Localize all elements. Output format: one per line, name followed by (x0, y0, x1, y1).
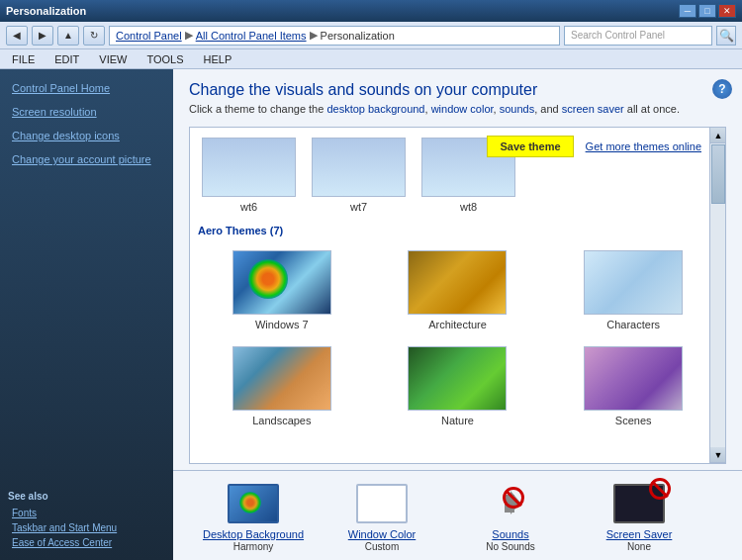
menu-bar: FILE EDIT VIEW TOOLS HELP (0, 49, 742, 69)
scroll-down-arrow[interactable]: ▼ (710, 447, 726, 463)
content-wrapper: ? Change the visuals and sounds on your … (173, 69, 742, 560)
theme-label-windows7: Windows 7 (255, 319, 309, 330)
theme-actions: Save theme Get more themes online (487, 136, 701, 157)
theme-thumbnail-characters (584, 250, 683, 315)
sidebar-link-ease-of-access[interactable]: Ease of Access Center (8, 535, 165, 550)
save-theme-button[interactable]: Save theme (487, 136, 573, 157)
content-area: ? Change the visuals and sounds on your … (173, 69, 742, 560)
no-sign-screen-saver (649, 478, 671, 500)
sidebar-link-account-picture[interactable]: Change your account picture (8, 150, 165, 168)
sidebar-link-desktop-icons[interactable]: Change desktop icons (8, 127, 165, 144)
menu-view[interactable]: VIEW (95, 51, 131, 67)
theme-item-windows7[interactable]: Windows 7 (198, 246, 366, 334)
theme-label-wt8: wt8 (460, 201, 477, 213)
theme-thumbnail-architecture (408, 250, 507, 315)
menu-edit[interactable]: EDIT (50, 51, 83, 67)
theme-label-architecture: Architecture (428, 319, 487, 330)
desktop-background-label[interactable]: Desktop Background (203, 528, 304, 540)
desktop-bg-thumbnail (228, 484, 279, 523)
breadcrumb-part1[interactable]: Control Panel (116, 30, 182, 42)
sounds-sublabel: No Sounds (486, 541, 534, 552)
scrollbar-track[interactable]: ▲ ▼ (709, 128, 725, 463)
search-icon: 🔍 (719, 29, 734, 43)
theme-thumbnail-wt7 (312, 138, 406, 197)
window-color-thumbnail (356, 484, 408, 523)
help-button[interactable]: ? (712, 79, 732, 99)
forward-button[interactable]: ▶ (32, 26, 53, 46)
desktop-background-icon (224, 479, 283, 528)
theme-item-architecture[interactable]: Architecture (374, 246, 542, 334)
title-bar-controls: ─ □ ✕ (679, 4, 736, 18)
page-subtitle: Click a theme to change the desktop back… (189, 103, 726, 115)
window-color-label[interactable]: Window Color (348, 528, 416, 540)
address-bar: ◀ ▶ ▲ ↻ Control Panel ▶ All Control Pane… (0, 22, 742, 49)
no-sign-sounds (503, 487, 524, 509)
desktop-background-sublabel: Harmony (233, 541, 274, 552)
maximize-button[interactable]: □ (698, 4, 716, 18)
menu-help[interactable]: HELP (200, 51, 236, 67)
bottom-item-screen-saver[interactable]: Screen Saver None (575, 479, 703, 552)
sounds-label[interactable]: Sounds (492, 528, 528, 540)
window-color-sublabel: Custom (365, 541, 399, 552)
screen-saver-icon (609, 479, 669, 528)
bottom-item-window-color[interactable]: Window Color Custom (318, 479, 446, 552)
theme-scroll-container: wt6 wt7 wt8 Save theme Get more themes o… (189, 127, 726, 464)
bottom-item-sounds[interactable]: Sounds No Sounds (446, 479, 575, 552)
screen-saver-label[interactable]: Screen Saver (606, 528, 673, 540)
menu-file[interactable]: FILE (8, 51, 39, 67)
minimize-button[interactable]: ─ (679, 4, 696, 18)
speaker-shape (497, 487, 524, 520)
theme-thumbnail-wt6 (202, 138, 296, 197)
back-button[interactable]: ◀ (6, 26, 28, 46)
theme-label-scenes: Scenes (615, 415, 652, 426)
content-header: Change the visuals and sounds on your co… (173, 69, 742, 121)
breadcrumb-part2[interactable]: All Control Panel Items (196, 30, 307, 42)
search-placeholder: Search Control Panel (571, 30, 665, 41)
theme-label-landscapes: Landscapes (252, 415, 311, 426)
refresh-button[interactable]: ↻ (83, 26, 105, 46)
window-color-icon (352, 479, 412, 528)
theme-item-scenes[interactable]: Scenes (549, 342, 717, 430)
theme-item-wt7[interactable]: wt7 (308, 134, 410, 217)
theme-item-nature[interactable]: Nature (374, 342, 542, 430)
sidebar-link-taskbar[interactable]: Taskbar and Start Menu (8, 520, 165, 535)
bottom-item-desktop-background[interactable]: Desktop Background Harmony (189, 479, 318, 552)
theme-label-wt6: wt6 (240, 201, 257, 213)
theme-grid: Windows 7 Architecture Characters Landsc… (190, 238, 725, 438)
close-button[interactable]: ✕ (718, 4, 736, 18)
breadcrumb: Control Panel ▶ All Control Panel Items … (109, 26, 560, 46)
theme-label-wt7: wt7 (350, 201, 367, 213)
sounds-icon (481, 479, 540, 528)
sidebar-see-also-label: See also (8, 491, 165, 502)
aero-themes-label: Aero Themes (7) (190, 221, 725, 238)
sidebar-link-control-panel[interactable]: Control Panel Home (8, 79, 165, 97)
search-box[interactable]: Search Control Panel (564, 26, 712, 46)
page-title: Change the visuals and sounds on your co… (189, 81, 726, 99)
scroll-up-arrow[interactable]: ▲ (710, 128, 726, 143)
search-button[interactable]: 🔍 (716, 26, 736, 46)
get-more-themes-link[interactable]: Get more themes online (586, 140, 701, 152)
theme-thumbnail-windows7 (232, 250, 331, 315)
theme-thumbnail-scenes (584, 346, 683, 411)
sidebar-link-fonts[interactable]: Fonts (8, 506, 165, 520)
theme-item-landscapes[interactable]: Landscapes (198, 342, 366, 430)
title-bar-text: Personalization (6, 5, 86, 17)
main-layout: Control Panel Home Screen resolution Cha… (0, 69, 742, 560)
theme-thumbnail-nature (408, 346, 507, 411)
bottom-bar: Desktop Background Harmony Window Color … (173, 470, 742, 560)
theme-label-nature: Nature (441, 415, 474, 426)
sounds-thumbnail (485, 482, 536, 525)
up-button[interactable]: ▲ (57, 26, 79, 46)
breadcrumb-sep1: ▶ (185, 29, 193, 42)
title-bar: Personalization ─ □ ✕ (0, 0, 742, 22)
theme-item-characters[interactable]: Characters (549, 246, 717, 334)
sidebar-link-screen-resolution[interactable]: Screen resolution (8, 103, 165, 121)
scroll-thumb[interactable] (711, 144, 725, 204)
breadcrumb-sep2: ▶ (310, 29, 318, 42)
theme-item-wt6[interactable]: wt6 (198, 134, 300, 217)
screen-saver-sublabel: None (627, 541, 651, 552)
theme-thumbnail-landscapes (232, 346, 331, 411)
breadcrumb-part3: Personalization (321, 30, 395, 42)
theme-label-characters: Characters (606, 319, 660, 330)
menu-tools[interactable]: TOOLS (142, 51, 187, 67)
